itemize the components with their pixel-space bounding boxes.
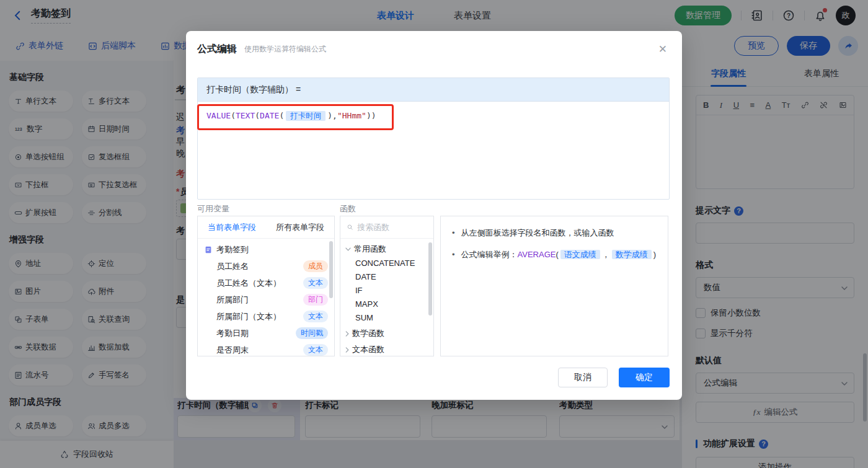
variable-item[interactable]: 所属部门（文本）文本 <box>198 308 334 325</box>
type-badge: 文本 <box>303 344 328 356</box>
variables-label: 可用变量 <box>197 203 229 214</box>
modal-title: 公式编辑 <box>197 43 237 56</box>
functions-panel: 常用函数 CONCATENATE DATE IF MAPX SUM 数学函数 文… <box>340 216 434 356</box>
close-icon[interactable]: ✕ <box>658 43 667 56</box>
function-search[interactable] <box>340 216 433 239</box>
caret-down-icon <box>345 247 351 251</box>
function-group-collapsed[interactable]: 文本函数 <box>340 342 433 358</box>
formula-editor-modal: 公式编辑 使用数学运算符编辑公式 ✕ 打卡时间（数字辅助） = VALUE(TE… <box>186 31 682 400</box>
variables-tree-root[interactable]: 考勤签到 <box>198 242 334 258</box>
form-doc-icon <box>204 245 213 254</box>
caret-right-icon <box>345 331 349 337</box>
function-search-input[interactable] <box>357 223 427 232</box>
function-item[interactable]: MAPX <box>340 298 433 312</box>
formula-editor[interactable]: VALUE(TEXT(DATE(打卡时间),"HHmm")) <box>198 102 669 131</box>
field-chip[interactable]: 打卡时间 <box>286 111 326 121</box>
tab-current-form-fields[interactable]: 当前表单字段 <box>198 216 266 238</box>
variables-panel: 当前表单字段 所有表单字段 考勤签到 员工姓名成员 员工姓名（文本）文本 所属部… <box>197 216 335 356</box>
type-badge: 时间戳 <box>296 327 328 339</box>
caret-right-icon <box>345 347 349 353</box>
modal-subtitle: 使用数学运算符编辑公式 <box>244 44 326 55</box>
example-field-chip: 语文成绩 <box>560 250 600 259</box>
function-item[interactable]: IF <box>340 285 433 298</box>
formula-block: 打卡时间（数字辅助） = VALUE(TEXT(DATE(打卡时间),"HHmm… <box>197 77 670 200</box>
function-group-collapsed[interactable]: 数学函数 <box>340 325 433 342</box>
type-badge: 成员 <box>303 260 328 272</box>
help-line: 从左侧面板选择字段名和函数，或输入函数 <box>452 226 657 240</box>
variable-item[interactable]: 考勤日期时间戳 <box>198 325 334 342</box>
function-item[interactable]: CONCATENATE <box>340 257 433 271</box>
formula-target: 打卡时间（数字辅助） = <box>198 78 669 102</box>
type-badge: 文本 <box>303 311 328 322</box>
scrollbar-thumb[interactable] <box>329 241 333 298</box>
example-field-chip: 数学成绩 <box>612 250 652 259</box>
variable-item[interactable]: 员工姓名（文本）文本 <box>198 275 334 291</box>
type-badge: 文本 <box>303 277 328 289</box>
scrollbar-thumb[interactable] <box>428 242 432 316</box>
function-group-expanded[interactable]: 常用函数 <box>340 241 433 257</box>
help-example-line: 公式编辑举例：AVERAGE(语文成绩，数学成绩) <box>452 248 657 262</box>
variable-item[interactable]: 员工姓名成员 <box>198 258 334 275</box>
tab-all-form-fields[interactable]: 所有表单字段 <box>266 216 334 238</box>
variable-item[interactable]: 是否周末文本 <box>198 342 334 358</box>
function-item[interactable]: SUM <box>340 312 433 325</box>
search-icon <box>347 223 353 231</box>
functions-label: 函数 <box>340 203 356 214</box>
confirm-button[interactable]: 确定 <box>619 368 670 387</box>
help-panel: 从左侧面板选择字段名和函数，或输入函数 公式编辑举例：AVERAGE(语文成绩，… <box>440 216 668 356</box>
variable-item[interactable]: 所属部门部门 <box>198 291 334 308</box>
cancel-button[interactable]: 取消 <box>558 368 608 387</box>
type-badge: 部门 <box>303 294 328 306</box>
function-item[interactable]: DATE <box>340 271 433 285</box>
